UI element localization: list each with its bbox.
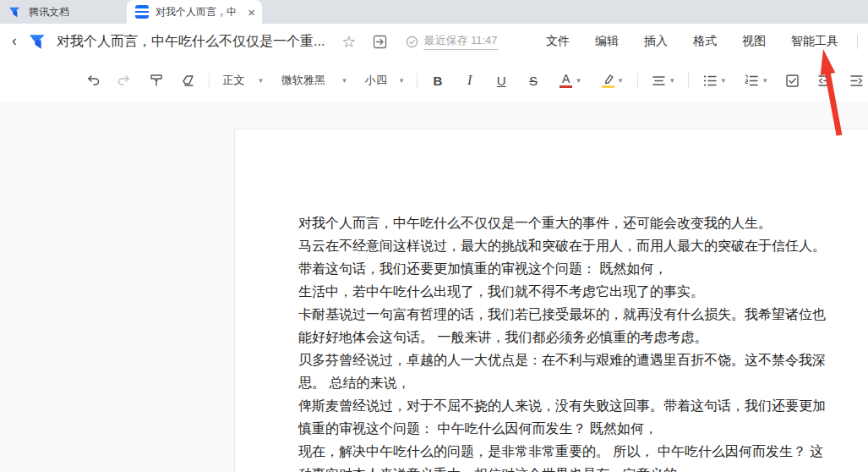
tab-title: 腾讯文档 bbox=[29, 5, 117, 19]
underline-button[interactable]: U bbox=[489, 69, 513, 92]
chevron-down-icon: ▾ bbox=[722, 76, 726, 85]
save-status[interactable]: 最近保存 11:47 bbox=[406, 33, 497, 50]
header-divider bbox=[857, 35, 858, 49]
document-page[interactable]: 对我个人而言，中午吃什么不仅仅是一个重大的事件，还可能会改变我的人生。 马云在不… bbox=[234, 129, 868, 472]
doc-line: 生活中，若中午吃什么出现了，我们就不得不考虑它出现了的事实。 bbox=[298, 280, 826, 303]
bold-button[interactable]: B bbox=[426, 69, 450, 92]
doc-line: 贝多芬曾经说过，卓越的人一大优点是：在不利与艰难的遭遇里百折不饶。这不禁令我深 bbox=[298, 349, 826, 371]
checklist-icon bbox=[785, 74, 800, 88]
tab-title: 对我个人而言，中 bbox=[156, 5, 244, 19]
menu-edit[interactable]: 编辑 bbox=[595, 34, 619, 49]
saved-check-icon bbox=[406, 36, 418, 48]
highlight-button[interactable]: ▾ bbox=[595, 69, 628, 92]
move-to-folder-icon[interactable] bbox=[373, 35, 387, 49]
font-color-button[interactable]: A ▾ bbox=[554, 69, 587, 92]
toolbar-divider bbox=[417, 73, 418, 88]
doc-line: 种事实对本人来说意义重大，相信对这个世界也是有一定意义的。 bbox=[298, 463, 826, 472]
align-dropdown[interactable]: ▾ bbox=[647, 69, 680, 92]
close-icon[interactable]: × bbox=[248, 6, 255, 19]
paragraph-style-dropdown[interactable]: 正文 ▾ bbox=[217, 69, 267, 92]
format-toolbar: 正文 ▾ 微软雅黑 ▾ 小四 ▾ B I U S A ▾ bbox=[0, 59, 868, 102]
back-icon[interactable]: ‹ bbox=[7, 34, 22, 49]
checklist-button[interactable] bbox=[781, 69, 805, 92]
paragraph-style-value: 正文 bbox=[222, 73, 244, 88]
browser-tab-bar: 腾讯文档 对我个人而言，中 × bbox=[0, 0, 868, 24]
font-family-value: 微软雅黑 bbox=[281, 73, 325, 88]
screen: 腾讯文档 对我个人而言，中 × ‹ 对我个人而言，中午吃什么不仅仅是一个重...… bbox=[0, 0, 868, 472]
toolbar-divider bbox=[637, 73, 638, 88]
document-canvas: 对我个人而言，中午吃什么不仅仅是一个重大的事件，还可能会改变我的人生。 马云在不… bbox=[0, 102, 868, 472]
font-size-value: 小四 bbox=[365, 73, 387, 88]
toolbar-divider bbox=[209, 73, 210, 88]
menu-view[interactable]: 视图 bbox=[742, 34, 766, 49]
menu-insert[interactable]: 插入 bbox=[644, 34, 668, 49]
clear-format-icon[interactable] bbox=[177, 69, 200, 92]
document-title[interactable]: 对我个人而言，中午吃什么不仅仅是一个重... bbox=[57, 33, 325, 51]
numbered-list-icon bbox=[745, 74, 759, 87]
document-text[interactable]: 对我个人而言，中午吃什么不仅仅是一个重大的事件，还可能会改变我的人生。 马云在不… bbox=[298, 211, 826, 472]
bullet-list-icon bbox=[703, 74, 718, 87]
doc-line: 马云在不经意间这样说过，最大的挑战和突破在于用人，而用人最大的突破在于信任人。 bbox=[298, 234, 826, 257]
doc-line: 能好好地体会这句话。 一般来讲，我们都必须务必慎重的考虑考虑。 bbox=[298, 326, 826, 349]
highlight-icon bbox=[602, 74, 614, 88]
font-color-icon: A bbox=[560, 73, 572, 88]
font-size-dropdown[interactable]: 小四 ▾ bbox=[360, 69, 408, 92]
document-icon bbox=[135, 5, 149, 19]
undo-icon[interactable] bbox=[81, 69, 105, 92]
doc-line: 带着这句话，我们还要更加慎重的审视这个问题： 既然如何， bbox=[298, 257, 826, 280]
indent-decrease-button[interactable] bbox=[813, 69, 837, 92]
chevron-down-icon: ▾ bbox=[670, 76, 674, 85]
strikethrough-button[interactable]: S bbox=[521, 69, 545, 92]
menu-bar: 文件 编辑 插入 格式 视图 智能工具 bbox=[546, 34, 838, 49]
chevron-down-icon: ▾ bbox=[400, 76, 404, 85]
chevron-down-icon: ▾ bbox=[342, 76, 347, 85]
save-status-text: 最近保存 11:47 bbox=[423, 33, 497, 50]
font-family-dropdown[interactable]: 微软雅黑 ▾ bbox=[276, 69, 352, 92]
app-header: ‹ 对我个人而言，中午吃什么不仅仅是一个重... ☆ 最近保存 11:47 文件… bbox=[0, 24, 868, 59]
indent-decrease-icon bbox=[817, 74, 832, 87]
redo-icon[interactable] bbox=[113, 69, 137, 92]
doc-line: 对我个人而言，中午吃什么不仅仅是一个重大的事件，还可能会改变我的人生。 bbox=[298, 211, 826, 234]
star-icon[interactable]: ☆ bbox=[341, 34, 356, 50]
doc-line: 卡耐基说过一句富有哲理的话，我们若已接受最坏的，就再没有什么损失。我希望诸位也 bbox=[298, 303, 826, 326]
chevron-down-icon: ▾ bbox=[576, 76, 581, 85]
doc-line: 思。 总结的来说， bbox=[298, 371, 826, 394]
numbered-list-dropdown[interactable]: ▾ bbox=[740, 69, 772, 92]
chevron-down-icon: ▾ bbox=[259, 76, 263, 85]
chevron-down-icon: ▾ bbox=[619, 76, 623, 85]
doc-line: 慎重的审视这个问题： 中午吃什么因何而发生？ 既然如何， bbox=[298, 417, 826, 440]
tencent-docs-logo-icon bbox=[8, 5, 22, 19]
menu-format[interactable]: 格式 bbox=[693, 34, 717, 49]
toolbar-divider bbox=[688, 73, 689, 88]
indent-increase-icon bbox=[849, 74, 864, 87]
menu-smart-tools[interactable]: 智能工具 bbox=[791, 34, 838, 49]
indent-increase-button[interactable] bbox=[844, 69, 868, 92]
align-icon bbox=[652, 74, 666, 87]
tencent-docs-logo-icon bbox=[27, 31, 48, 52]
italic-button[interactable]: I bbox=[458, 69, 482, 92]
browser-tab-tencent-docs[interactable]: 腾讯文档 bbox=[0, 0, 127, 24]
chevron-down-icon: ▾ bbox=[763, 76, 767, 85]
format-painter-icon[interactable] bbox=[145, 69, 168, 92]
doc-line: 现在，解决中午吃什么的问题，是非常非常重要的。 所以， 中午吃什么因何而发生？ … bbox=[298, 440, 826, 463]
doc-line: 俾斯麦曾经说过，对于不屈不挠的人来说，没有失败这回事。带着这句话，我们还要更加 bbox=[298, 394, 826, 417]
bullet-list-dropdown[interactable]: ▾ bbox=[697, 69, 730, 92]
menu-file[interactable]: 文件 bbox=[546, 34, 570, 49]
browser-tab-document[interactable]: 对我个人而言，中 × bbox=[127, 0, 262, 24]
